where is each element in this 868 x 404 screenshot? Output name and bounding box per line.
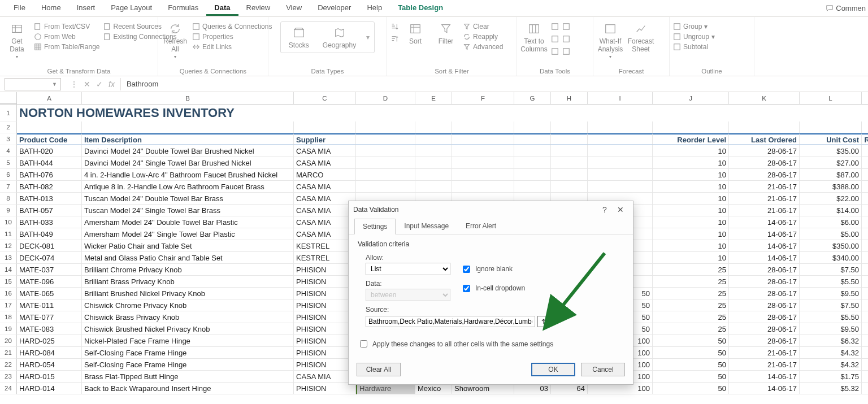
- row-header[interactable]: 6: [0, 169, 17, 181]
- cell[interactable]: [356, 157, 415, 169]
- cell[interactable]: [17, 121, 82, 133]
- name-box-dropdown-icon[interactable]: ▼: [52, 81, 57, 87]
- cell[interactable]: [356, 133, 415, 145]
- cell[interactable]: 21-06-17: [729, 347, 800, 359]
- cell[interactable]: $: [862, 335, 868, 347]
- cell[interactable]: Last Ordered: [729, 133, 800, 145]
- cell[interactable]: MATE-037: [17, 264, 82, 276]
- cell[interactable]: [415, 121, 452, 133]
- apply-all-check[interactable]: [360, 340, 367, 347]
- cell[interactable]: 21-06-17: [729, 181, 800, 193]
- cell[interactable]: [588, 121, 653, 133]
- cell[interactable]: 14-06-17: [729, 371, 800, 383]
- tab-view[interactable]: View: [278, 1, 310, 16]
- cell[interactable]: $4.32: [800, 359, 862, 371]
- cell[interactable]: Brass Flat-Tipped Butt Hinge: [82, 371, 294, 383]
- row-header[interactable]: 5: [0, 157, 17, 169]
- incell-dropdown-check[interactable]: In-cell dropdown: [461, 283, 525, 294]
- cell[interactable]: [514, 181, 551, 193]
- cell[interactable]: BATH-049: [17, 228, 82, 240]
- cell[interactable]: [588, 133, 653, 145]
- cell[interactable]: Supplier: [294, 133, 356, 145]
- ok-button[interactable]: OK: [531, 363, 575, 376]
- cell[interactable]: [452, 169, 514, 181]
- cell[interactable]: HARD-014: [17, 383, 82, 394]
- cell[interactable]: 4 in. 2-Handle Low-Arc 4" Bathroom Fauce…: [82, 169, 294, 181]
- cell[interactable]: Amersham Model 24" Single Towel Bar Plas…: [82, 228, 294, 240]
- cell[interactable]: [588, 157, 653, 169]
- cell[interactable]: 14-06-17: [729, 252, 800, 264]
- group-button[interactable]: Group ▾: [673, 21, 715, 32]
- tab-help[interactable]: Help: [359, 1, 390, 16]
- cell[interactable]: CASA MIA: [294, 157, 356, 169]
- cell[interactable]: PHISION: [294, 323, 356, 335]
- row-header[interactable]: 24: [0, 383, 17, 394]
- clear-all-button[interactable]: Clear All: [357, 363, 401, 376]
- ungroup-button[interactable]: Ungroup ▾: [673, 32, 715, 42]
- tab-insert[interactable]: Insert: [69, 1, 103, 16]
- queries-connections[interactable]: Queries & Connections: [192, 21, 272, 32]
- cell[interactable]: [82, 121, 294, 133]
- cell[interactable]: 21-06-17: [729, 359, 800, 371]
- select-all-corner[interactable]: [0, 92, 17, 104]
- cell[interactable]: Davinci Model 24" Double Towel Bar Brush…: [82, 145, 294, 157]
- cell[interactable]: PHISION: [294, 299, 356, 311]
- cell[interactable]: 14-06-17: [729, 216, 800, 228]
- col-header-F[interactable]: F: [452, 92, 514, 104]
- cell[interactable]: MARCO: [294, 169, 356, 181]
- cell[interactable]: Back to Back Wraparound Insert Hinge: [82, 383, 294, 394]
- cell[interactable]: Self-Closing Face Frame Hinge: [82, 359, 294, 371]
- cell[interactable]: [514, 145, 551, 157]
- cell[interactable]: PHISION: [294, 288, 356, 299]
- cell[interactable]: 25: [653, 323, 729, 335]
- cell[interactable]: MATE-011: [17, 299, 82, 311]
- cell[interactable]: $6.32: [800, 335, 862, 347]
- cell[interactable]: Reorder Level: [653, 133, 729, 145]
- row-header[interactable]: 2: [0, 121, 17, 133]
- cell[interactable]: Metal and Glass Patio Chair and Table Se…: [82, 252, 294, 264]
- cell[interactable]: 10: [653, 228, 729, 240]
- cell[interactable]: $2: [862, 193, 868, 205]
- col-header-I[interactable]: I: [588, 92, 653, 104]
- cell[interactable]: MATE-096: [17, 276, 82, 288]
- advanced-filter[interactable]: Advanced: [463, 42, 503, 52]
- cell[interactable]: MATE-083: [17, 323, 82, 335]
- cell[interactable]: 10: [653, 205, 729, 216]
- cell[interactable]: [82, 105, 294, 121]
- cell[interactable]: $: [862, 299, 868, 311]
- cell[interactable]: HARD-015: [17, 371, 82, 383]
- data-model-icon[interactable]: [562, 46, 570, 57]
- whatif-button[interactable]: What-If Analysis ▾: [597, 21, 624, 59]
- cell[interactable]: 25: [653, 288, 729, 299]
- cell[interactable]: 14-06-17: [729, 228, 800, 240]
- row-header[interactable]: 19: [0, 323, 17, 335]
- cell[interactable]: [452, 133, 514, 145]
- row-header[interactable]: 13: [0, 252, 17, 264]
- cell[interactable]: $9.50: [800, 288, 862, 299]
- cell[interactable]: [729, 105, 800, 121]
- cell[interactable]: PHISION: [294, 276, 356, 288]
- cell[interactable]: MATE-065: [17, 288, 82, 299]
- cell[interactable]: $1: [862, 205, 868, 216]
- cell[interactable]: $5.00: [800, 228, 862, 240]
- cell[interactable]: $42: [862, 240, 868, 252]
- cell[interactable]: DECK-074: [17, 252, 82, 264]
- cell[interactable]: [356, 145, 415, 157]
- cell[interactable]: CASA MIA: [294, 193, 356, 205]
- dialog-help-button[interactable]: ?: [597, 205, 613, 214]
- row-header[interactable]: 12: [0, 240, 17, 252]
- cell[interactable]: 50: [653, 359, 729, 371]
- cell[interactable]: HARD-025: [17, 335, 82, 347]
- row-header[interactable]: 8: [0, 193, 17, 205]
- cell[interactable]: $7.50: [800, 264, 862, 276]
- col-header-H[interactable]: H: [551, 92, 588, 104]
- sort-az[interactable]: [390, 21, 398, 32]
- cell[interactable]: CASA MIA: [294, 371, 356, 383]
- cell[interactable]: 28-06-17: [729, 311, 800, 323]
- filter-button[interactable]: Filter: [432, 21, 459, 45]
- cell[interactable]: [514, 121, 551, 133]
- col-header-J[interactable]: J: [653, 92, 729, 104]
- cell[interactable]: BATH-013: [17, 193, 82, 205]
- cell[interactable]: KESTREL: [294, 252, 356, 264]
- row-header[interactable]: 23: [0, 371, 17, 383]
